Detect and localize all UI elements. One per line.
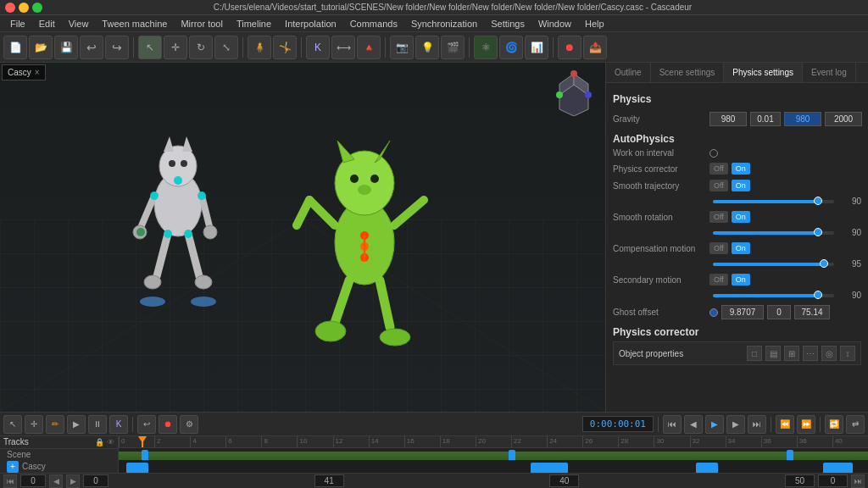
menu-interpolation[interactable]: Interpolation	[278, 17, 343, 30]
transport-extra-btn[interactable]: ⇄	[846, 415, 865, 434]
tab-outline[interactable]: Outline	[606, 63, 651, 82]
sim-btn[interactable]: 🌀	[499, 36, 523, 59]
record-btn[interactable]: ⏺	[558, 36, 581, 59]
tl-move-btn[interactable]: ✛	[25, 415, 43, 434]
tl-pause-btn[interactable]: ⏸	[88, 415, 107, 434]
keyframe-btn[interactable]: K	[306, 36, 330, 59]
transport-fast-fwd-btn[interactable]: ⏩	[797, 415, 815, 434]
transport-next-btn[interactable]: ⏭	[748, 415, 766, 434]
physics-btn[interactable]: ⚛	[474, 36, 498, 59]
gravity-input[interactable]	[709, 112, 747, 126]
timeline-playhead[interactable]	[142, 436, 143, 447]
smooth-rotation-off[interactable]: Off	[709, 211, 728, 223]
body-btn[interactable]: 🧍	[248, 36, 271, 59]
menu-commands[interactable]: Commands	[343, 17, 404, 30]
tracks-lock-icon[interactable]: 🔒	[95, 438, 104, 446]
smooth-trajectory-off[interactable]: Off	[709, 180, 728, 191]
transport-play-btn[interactable]: ▶	[705, 415, 724, 434]
secondary-motion-on[interactable]: On	[732, 274, 750, 286]
compensation-motion-slider[interactable]	[713, 263, 834, 266]
scene-track[interactable]	[119, 460, 868, 473]
gravity-end-input[interactable]	[825, 112, 862, 126]
obj-prop-btn-2[interactable]: ▤	[765, 346, 781, 361]
bb-frame-input-3[interactable]	[314, 474, 344, 487]
tl-loop-btn[interactable]: ↩	[137, 415, 156, 434]
transport-prev-btn[interactable]: ⏮	[663, 415, 682, 434]
close-button[interactable]	[5, 3, 15, 13]
obj-prop-btn-1[interactable]: □	[747, 346, 762, 361]
bb-end-btn[interactable]: ⏭	[851, 474, 865, 488]
bb-frame-input-2[interactable]	[83, 474, 108, 487]
menu-mirror-tool[interactable]: Mirror tool	[174, 17, 230, 30]
physics-corrector-on[interactable]: On	[732, 163, 750, 175]
tab-physics-settings[interactable]: Physics settings	[724, 63, 803, 82]
tab-scene-settings[interactable]: Scene settings	[651, 63, 725, 82]
rotate-btn[interactable]: ↻	[189, 36, 213, 59]
move-btn[interactable]: ✛	[164, 36, 187, 59]
work-on-interval-indicator[interactable]	[709, 149, 718, 158]
bb-first-btn[interactable]: ⏮	[3, 474, 17, 488]
track-content[interactable]: 0 2 4 6 8 10 12 14 16 18 20 22 24 26 28 …	[119, 436, 868, 473]
tl-pen-btn[interactable]: ✏	[46, 415, 64, 434]
obj-prop-btn-3[interactable]: ⊞	[784, 346, 799, 361]
menu-window[interactable]: Window	[531, 17, 578, 30]
tl-play-btn[interactable]: ▶	[67, 415, 86, 434]
keyframe-track[interactable]	[119, 448, 868, 460]
tl-settings-btn[interactable]: ⚙	[180, 415, 198, 434]
ghost-offset-x[interactable]	[721, 305, 764, 319]
track-btn[interactable]: 📊	[525, 36, 548, 59]
minimize-button[interactable]	[19, 3, 29, 13]
smooth-rotation-slider[interactable]	[713, 231, 834, 235]
tl-select-btn[interactable]: ↖	[3, 415, 22, 434]
ghost-offset-y[interactable]	[767, 305, 791, 319]
compensation-motion-off[interactable]: Off	[709, 242, 728, 254]
scene-close-btn[interactable]: ×	[35, 68, 40, 77]
tl-key-btn[interactable]: K	[109, 415, 128, 434]
menu-help[interactable]: Help	[578, 17, 611, 30]
menu-file[interactable]: File	[3, 17, 32, 30]
gravity-max-input[interactable]	[784, 112, 821, 126]
compensation-motion-on[interactable]: On	[732, 242, 750, 254]
undo-btn[interactable]: ↩	[80, 36, 103, 59]
bb-next-frame[interactable]: ▶	[66, 474, 80, 488]
transport-loop-btn[interactable]: 🔁	[825, 415, 843, 434]
bb-frame-input-5[interactable]	[785, 474, 815, 487]
menu-view[interactable]: View	[62, 17, 96, 30]
transport-rewind-btn[interactable]: ⏪	[776, 415, 794, 434]
smooth-trajectory-slider[interactable]	[713, 200, 834, 203]
secondary-motion-thumb[interactable]	[814, 291, 822, 299]
obj-prop-btn-4[interactable]: ⋯	[803, 346, 818, 361]
bb-frame-input-6[interactable]	[818, 474, 848, 487]
open-btn[interactable]: 📂	[29, 36, 53, 59]
secondary-motion-slider[interactable]	[713, 294, 834, 297]
smooth-trajectory-thumb[interactable]	[814, 197, 822, 205]
tracks-vis-icon[interactable]: 👁	[107, 438, 114, 446]
render-btn[interactable]: 🎬	[441, 36, 465, 59]
timeline-ruler[interactable]: 0 2 4 6 8 10 12 14 16 18 20 22 24 26 28 …	[119, 436, 868, 448]
redo-btn[interactable]: ↪	[105, 36, 129, 59]
compensation-motion-thumb[interactable]	[820, 259, 828, 268]
menu-tween-machine[interactable]: Tween machine	[95, 17, 174, 30]
bb-frame-input-4[interactable]	[549, 474, 579, 487]
ghost-offset-z[interactable]	[794, 305, 830, 319]
export-btn[interactable]: 📤	[583, 36, 607, 59]
menu-edit[interactable]: Edit	[32, 17, 62, 30]
cascy-add-btn[interactable]: +	[7, 461, 19, 473]
light-btn[interactable]: 💡	[415, 36, 439, 59]
physics-corrector-off[interactable]: Off	[709, 163, 728, 175]
obj-prop-btn-6[interactable]: ↕	[840, 346, 855, 361]
camera-btn[interactable]: 📷	[390, 36, 414, 59]
smooth-rotation-on[interactable]: On	[732, 211, 750, 223]
select-btn[interactable]: ↖	[138, 36, 162, 59]
menu-synchronization[interactable]: Synchronization	[404, 17, 484, 30]
smooth-rotation-thumb[interactable]	[814, 228, 822, 236]
bake-btn[interactable]: 🔺	[357, 36, 381, 59]
menu-settings[interactable]: Settings	[484, 17, 531, 30]
interpolate-btn[interactable]: ⟷	[331, 36, 355, 59]
smooth-trajectory-on[interactable]: On	[732, 180, 750, 191]
transport-step-back-btn[interactable]: ◀	[684, 415, 703, 434]
gravity-step-input[interactable]	[750, 112, 781, 126]
bb-frame-input-1[interactable]	[20, 474, 46, 487]
obj-prop-btn-5[interactable]: ◎	[821, 346, 837, 361]
bb-prev-frame[interactable]: ◀	[49, 474, 63, 488]
